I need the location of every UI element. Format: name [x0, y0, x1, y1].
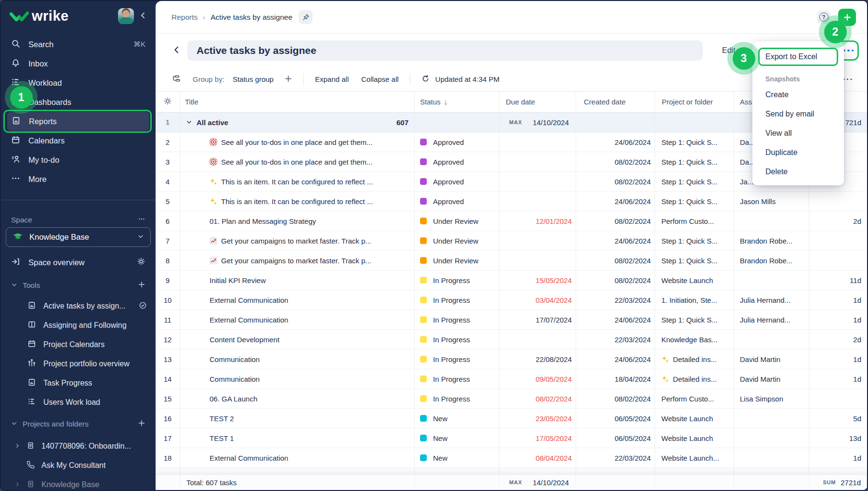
table-row[interactable]: 17TEST 1New17/05/202406/05/2024Website L…: [156, 428, 867, 448]
table-row[interactable]: 1903. External ResearchNew24/06/2024Deta…: [156, 468, 867, 474]
table-settings-cell[interactable]: [156, 91, 180, 112]
status-cell[interactable]: In Progress: [415, 349, 500, 369]
sidebar-item-project-calendars[interactable]: Project Calendars: [1, 335, 156, 354]
avatar[interactable]: [118, 8, 134, 24]
task-title-cell: Initial KPI Review: [180, 271, 415, 290]
status-cell[interactable]: Approved: [415, 152, 500, 171]
column-header-project[interactable]: Project or folder: [655, 91, 734, 112]
menu-item-create[interactable]: Create: [752, 85, 844, 104]
sidebar-item-knowledge-base-folder[interactable]: Knowledge Base: [1, 475, 156, 491]
sidebar-item-task-progress[interactable]: Task Progress: [1, 374, 156, 393]
updated-at-text[interactable]: Updated at 4:34 PM: [435, 75, 500, 83]
table-row[interactable]: 18External CommunicationNew08/04/202422/…: [156, 448, 867, 468]
table-row[interactable]: 16TEST 2New23/05/202406/05/2024Website L…: [156, 409, 867, 428]
column-header-due-date[interactable]: Due date: [500, 91, 576, 112]
sidebar-item-space-overview[interactable]: Space overview: [1, 253, 156, 272]
status-cell[interactable]: New: [415, 468, 500, 474]
add-grouping-icon[interactable]: [284, 75, 292, 84]
breadcrumb-parent[interactable]: Reports: [171, 13, 197, 22]
sidebar-item-onboarding-project[interactable]: 1407708096: Onboardin...: [1, 437, 156, 456]
sidebar-collapse-icon[interactable]: [139, 11, 147, 22]
chevron-right-icon[interactable]: [14, 442, 21, 451]
add-tool-icon[interactable]: [138, 281, 145, 290]
help-button[interactable]: ?: [817, 11, 830, 24]
menu-item-duplicate[interactable]: Duplicate: [752, 143, 844, 162]
space-selector[interactable]: Knowledge Base: [6, 227, 151, 247]
table-row[interactable]: 9Initial KPI ReviewIn Progress15/05/2024…: [156, 271, 867, 290]
table-row[interactable]: 10External CommunicationIn Progress03/04…: [156, 290, 867, 310]
status-cell[interactable]: Approved: [415, 132, 500, 152]
table-row[interactable]: 5This is an item. It can be configured t…: [156, 192, 867, 211]
row-number: 10: [156, 290, 180, 310]
column-header-created-date[interactable]: Created date: [576, 91, 655, 112]
sidebar-item-workload[interactable]: Workload: [1, 73, 156, 92]
menu-item-send-by-email[interactable]: Send by email: [752, 104, 844, 124]
sidebar-item-inbox[interactable]: Inbox: [1, 54, 156, 73]
status-cell[interactable]: In Progress: [415, 330, 500, 349]
gear-icon[interactable]: [137, 257, 145, 268]
table-row[interactable]: 11External CommunicationIn Progress17/07…: [156, 310, 867, 330]
expand-all-button[interactable]: Expand all: [315, 75, 349, 83]
status-cell[interactable]: Approved: [415, 192, 500, 211]
sidebar-item-search[interactable]: Search ⌘K: [1, 35, 156, 54]
total-tasks-text: Total: 607 tasks: [180, 475, 415, 490]
collapse-all-button[interactable]: Collapse all: [361, 75, 399, 83]
table-row[interactable]: 7Get your campaigns to market faster. Tr…: [156, 231, 867, 251]
add-project-icon[interactable]: [138, 419, 145, 429]
projects-section-header[interactable]: Projects and folders: [1, 415, 156, 433]
space-more-icon[interactable]: [138, 215, 145, 225]
back-icon[interactable]: [172, 45, 181, 56]
refresh-icon[interactable]: [421, 75, 430, 84]
sidebar-item-label: Reports: [29, 117, 57, 126]
sidebar-item-more[interactable]: More: [1, 169, 156, 189]
column-header-title[interactable]: Title: [180, 91, 415, 112]
table-row[interactable]: 8Get your campaigns to market faster. Tr…: [156, 251, 867, 271]
assignee-cell: David Martin: [734, 349, 809, 369]
table-row[interactable]: 13CommunicationIn Progress22/08/202424/0…: [156, 349, 867, 369]
table-row[interactable]: 1506. GA LaunchIn Progress08/02/202408/0…: [156, 389, 867, 409]
sidebar-item-my-to-do[interactable]: My to-do: [1, 150, 156, 169]
status-cell[interactable]: In Progress: [415, 389, 500, 408]
sidebar-item-reports[interactable]: Reports: [7, 112, 149, 131]
column-header-status[interactable]: Status ↓: [415, 91, 500, 112]
report-title-input[interactable]: Active tasks by assignee: [187, 40, 703, 61]
status-cell[interactable]: Under Review: [415, 231, 500, 250]
sidebar-item-label: Ask My Consultant: [41, 461, 105, 470]
sidebar-item-assigning-following[interactable]: Assigning and Following: [1, 316, 156, 335]
status-cell[interactable]: In Progress: [415, 271, 500, 290]
status-cell[interactable]: In Progress: [415, 369, 500, 388]
status-cell[interactable]: Under Review: [415, 211, 500, 231]
sidebar-item-ask-my-consultant[interactable]: Ask My Consultant: [1, 456, 156, 475]
menu-item-export-to-excel[interactable]: Export to Excel: [760, 49, 837, 65]
status-cell[interactable]: In Progress: [415, 290, 500, 310]
chevron-down-icon[interactable]: [186, 118, 192, 127]
status-cell[interactable]: New: [415, 428, 500, 448]
breadcrumb-separator-icon: ›: [203, 13, 205, 21]
status-cell[interactable]: In Progress: [415, 310, 500, 329]
sidebar-item-dashboards[interactable]: Dashboards: [1, 92, 156, 112]
table-row[interactable]: 14CommunicationIn Progress09/05/202418/0…: [156, 369, 867, 389]
table-row[interactable]: 12Content DevelopmentIn Progress22/03/20…: [156, 330, 867, 349]
group-by-value[interactable]: Status group: [233, 75, 274, 83]
pin-icon[interactable]: [299, 10, 313, 24]
space-selector-label: Knowledge Base: [29, 233, 89, 242]
table-row[interactable]: 601. Plan and Messaging StrategyUnder Re…: [156, 211, 867, 231]
project-cell: Detailed ins...: [655, 468, 734, 474]
toolbar-more-icon[interactable]: ···: [843, 75, 854, 84]
tools-section-header[interactable]: Tools: [1, 277, 156, 294]
menu-item-view-all[interactable]: View all: [752, 124, 844, 143]
create-new-button[interactable]: [838, 9, 856, 26]
sidebar-item-project-portfolio[interactable]: Project portfolio overview: [1, 354, 156, 374]
chevron-right-icon[interactable]: [14, 480, 21, 489]
sidebar-item-users-workload[interactable]: Users Work load: [1, 393, 156, 412]
status-cell[interactable]: Approved: [415, 172, 500, 191]
sidebar-item-active-tasks-report[interactable]: Active tasks by assign...: [1, 297, 156, 316]
group-label: All active: [197, 118, 228, 127]
status-cell[interactable]: Under Review: [415, 251, 500, 270]
edit-button[interactable]: Edit: [722, 46, 736, 55]
status-cell[interactable]: New: [415, 409, 500, 428]
menu-item-delete[interactable]: Delete: [752, 162, 844, 181]
sidebar-item-calendars[interactable]: Calendars: [1, 131, 156, 150]
group-title-cell: All active 607: [180, 113, 415, 132]
status-cell[interactable]: New: [415, 448, 500, 467]
